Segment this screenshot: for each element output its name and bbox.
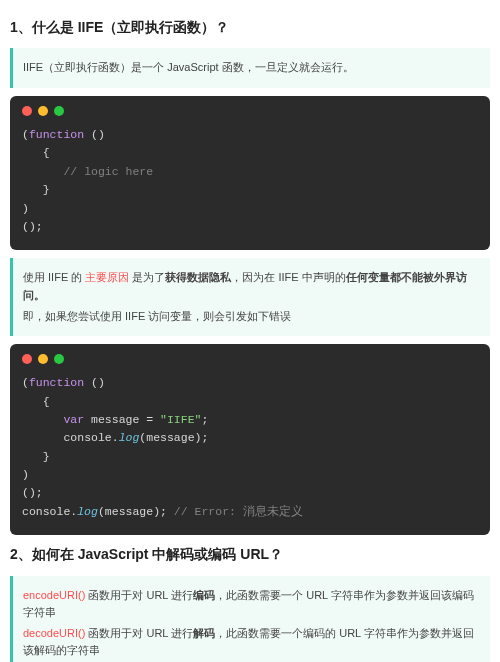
close-icon — [22, 106, 32, 116]
section-1-reason-note: 使用 IIFE 的 主要原因 是为了获得数据隐私，因为在 IIFE 中声明的任何… — [10, 258, 490, 336]
window-traffic-lights — [22, 106, 478, 116]
code-content: (function () { var message = "IIFE"; con… — [22, 374, 478, 521]
note-text: encodeURI() 函数用于对 URL 进行编码，此函数需要一个 URL 字… — [23, 587, 480, 622]
maximize-icon — [54, 106, 64, 116]
note-text: 即，如果您尝试使用 IIFE 访问变量，则会引发如下错误 — [23, 308, 480, 326]
maximize-icon — [54, 354, 64, 364]
minimize-icon — [38, 354, 48, 364]
code-block-1: (function () { // logic here } ) (); — [10, 96, 490, 250]
section-1-title: 1、什么是 IIFE（立即执行函数）？ — [10, 16, 490, 38]
minimize-icon — [38, 106, 48, 116]
section-2-title: 2、如何在 JavaScript 中解码或编码 URL？ — [10, 543, 490, 565]
section-2-note: encodeURI() 函数用于对 URL 进行编码，此函数需要一个 URL 字… — [10, 576, 490, 662]
code-block-2: (function () { var message = "IIFE"; con… — [10, 344, 490, 535]
close-icon — [22, 354, 32, 364]
window-traffic-lights — [22, 354, 478, 364]
note-text: decodeURI() 函数用于对 URL 进行解码，此函数需要一个编码的 UR… — [23, 625, 480, 660]
section-1-intro-note: IIFE（立即执行函数）是一个 JavaScript 函数，一旦定义就会运行。 — [10, 48, 490, 88]
code-content: (function () { // logic here } ) (); — [22, 126, 478, 236]
note-text: 使用 IIFE 的 主要原因 是为了获得数据隐私，因为在 IIFE 中声明的任何… — [23, 269, 480, 304]
note-text: IIFE（立即执行函数）是一个 JavaScript 函数，一旦定义就会运行。 — [23, 59, 480, 77]
